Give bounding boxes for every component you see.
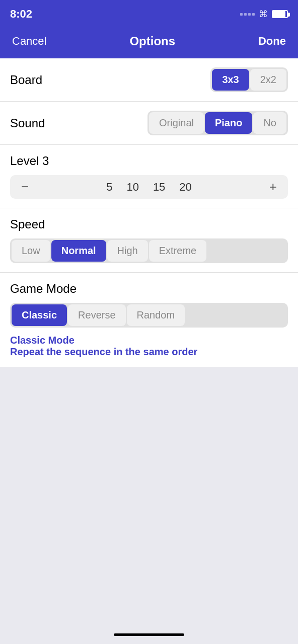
done-button[interactable]: Done: [258, 35, 286, 48]
sound-row: Sound Original Piano No: [0, 102, 298, 145]
signal-icon: [240, 13, 255, 16]
sound-segmented-control: Original Piano No: [147, 111, 288, 135]
board-label: Board: [10, 73, 42, 87]
nav-bar: Cancel Options Done: [0, 28, 298, 58]
speed-section: Speed Low Normal High Extreme: [0, 208, 298, 273]
level-increment-button[interactable]: +: [263, 179, 283, 195]
home-indicator: [114, 633, 184, 636]
sound-no-button[interactable]: No: [253, 112, 286, 134]
level-decrement-button[interactable]: −: [15, 179, 35, 195]
gamemode-description: Classic Mode Repeat the sequence in the …: [10, 335, 288, 358]
gamemode-desc-title: Classic Mode: [10, 335, 288, 346]
speed-high-button[interactable]: High: [107, 240, 148, 262]
gamemode-section: Game Mode Classic Reverse Random Classic…: [0, 273, 298, 367]
sound-label: Sound: [10, 116, 45, 130]
status-time: 8:02: [10, 8, 32, 21]
speed-segmented-control: Low Normal High Extreme: [10, 238, 288, 263]
level-value-5: 5: [106, 181, 112, 194]
gamemode-reverse-button[interactable]: Reverse: [68, 304, 125, 326]
board-segmented-control: 3x3 2x2: [210, 67, 288, 92]
level-label: Level 3: [10, 154, 288, 168]
gamemode-random-button[interactable]: Random: [127, 304, 185, 326]
gamemode-classic-button[interactable]: Classic: [12, 304, 67, 326]
content-area: Board 3x3 2x2 Sound Original Piano No Le…: [0, 58, 298, 367]
gamemode-label: Game Mode: [10, 282, 288, 296]
gray-background: [0, 367, 298, 644]
gamemode-desc-text: Repeat the sequence in the same order: [10, 346, 288, 358]
speed-low-button[interactable]: Low: [12, 240, 50, 262]
level-value-15: 15: [153, 181, 165, 194]
battery-icon: [272, 10, 288, 18]
level-stepper: − 5 10 15 20 +: [10, 175, 288, 199]
board-row: Board 3x3 2x2: [0, 58, 298, 102]
board-2x2-button[interactable]: 2x2: [250, 69, 286, 91]
status-icons: ⌘: [240, 9, 288, 20]
level-value-10: 10: [126, 181, 138, 194]
nav-title: Options: [129, 34, 175, 48]
cancel-button[interactable]: Cancel: [12, 35, 46, 48]
wifi-icon: ⌘: [259, 9, 268, 20]
level-section: Level 3 − 5 10 15 20 +: [0, 145, 298, 208]
level-values: 5 10 15 20: [106, 181, 192, 194]
speed-label: Speed: [10, 217, 288, 231]
sound-piano-button[interactable]: Piano: [205, 112, 252, 134]
sound-original-button[interactable]: Original: [149, 112, 204, 134]
gamemode-segmented-control: Classic Reverse Random: [10, 303, 288, 328]
status-bar: 8:02 ⌘: [0, 0, 298, 28]
speed-normal-button[interactable]: Normal: [51, 240, 106, 262]
board-3x3-button[interactable]: 3x3: [212, 69, 249, 91]
speed-extreme-button[interactable]: Extreme: [149, 240, 206, 262]
level-value-20: 20: [179, 181, 191, 194]
